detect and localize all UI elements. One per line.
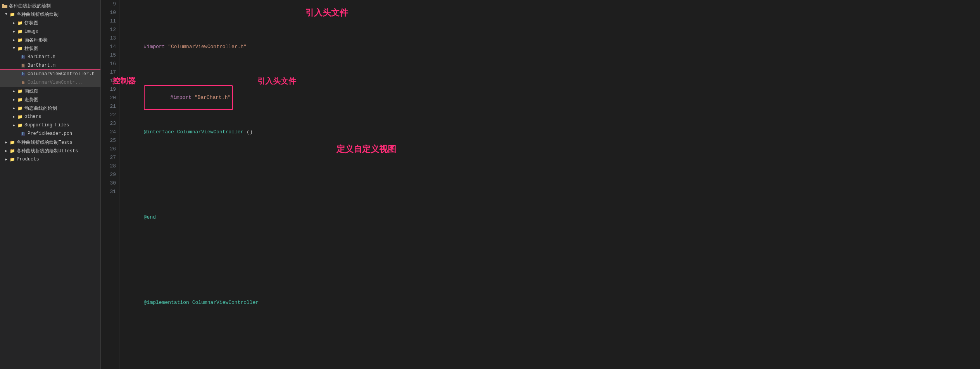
line-num-30: 30 — [101, 179, 116, 188]
code-editor: 9 10 11 12 13 14 15 16 17 18 19 20 21 22… — [101, 0, 980, 369]
line-num-26: 26 — [101, 145, 116, 153]
folder-supporting-arrow: ▶ — [11, 122, 17, 128]
group-main[interactable]: ▼ 📁 各种曲线折线的绘制 — [0, 10, 100, 19]
folder-others-label: others — [24, 114, 97, 119]
line-num-22: 22 — [101, 111, 116, 119]
folder-linechart-arrow: ▶ — [11, 88, 17, 94]
svg-rect-0 — [2, 4, 4, 5]
at-interface: @interface — [144, 129, 177, 135]
custom-view-annotation-overlay: 定义自定义视图 — [336, 145, 396, 153]
line-num-18: 18 — [101, 77, 116, 85]
file-m-icon-1: m — [20, 62, 26, 69]
file-barchart-m-label: BarChart.m — [28, 63, 97, 68]
root-title-item[interactable]: 各种曲线折线的绘制 — [0, 2, 100, 10]
file-barchart-h-label: BarChart.h — [28, 54, 97, 60]
folder-trend-arrow: ▶ — [11, 97, 17, 103]
folder-trend-icon: 📁 — [17, 97, 23, 103]
folder-image-icon: 📁 — [17, 28, 23, 34]
folder-linechart-label: 画线图 — [24, 88, 97, 95]
folder-image[interactable]: ▶ 📁 image — [0, 27, 100, 36]
group-products[interactable]: ▶ 📁 Products — [0, 155, 100, 164]
line-num-19: 19 — [101, 85, 116, 94]
folder-bar-arrow: ▼ — [11, 45, 17, 52]
code-line-14 — [126, 247, 980, 256]
folder-dynamic-icon: 📁 — [17, 105, 23, 111]
line-num-14: 14 — [101, 43, 116, 51]
line-num-20: 20 — [101, 94, 116, 102]
code-lines[interactable]: #import "ColumnarViewController.h" #impo… — [119, 0, 980, 369]
folder-shapes[interactable]: ▶ 📁 画各种形状 — [0, 36, 100, 44]
code-line-10: #import "BarChart.h" 引入头文件 — [126, 77, 980, 85]
folder-trend[interactable]: ▶ 📁 走势图 — [0, 95, 100, 104]
line-num-24: 24 — [101, 128, 116, 136]
folder-shapes-label: 画各种形状 — [24, 37, 97, 43]
folder-dynamic-arrow: ▶ — [11, 105, 17, 111]
line-num-9: 9 — [101, 0, 116, 9]
file-barchart-m[interactable]: m BarChart.m — [0, 61, 100, 70]
folder-shapes-icon: 📁 — [17, 37, 23, 43]
root-title-label: 各种曲线折线的绘制 — [9, 3, 97, 9]
group-products-arrow: ▶ — [3, 156, 9, 162]
line-num-16: 16 — [101, 60, 116, 68]
import-annotation-overlay: 引入头文件 — [305, 9, 348, 17]
folder-linechart[interactable]: ▶ 📁 画线图 — [0, 87, 100, 95]
file-h-icon-1: h — [20, 54, 26, 60]
import-annotation: 引入头文件 — [257, 77, 296, 85]
group-uitests[interactable]: ▶ 📁 各种曲线折线的绘制UITests — [0, 147, 100, 155]
at-impl: @implementation — [144, 300, 192, 305]
folder-pie[interactable]: ▶ 📁 饼状图 — [0, 19, 100, 27]
at-end: @end — [144, 214, 156, 220]
folder-supporting-label: Supporting Files — [24, 122, 97, 128]
folder-bar-label: 柱状图 — [24, 45, 97, 52]
file-columnar-h[interactable]: h ColumnarViewController.h — [0, 70, 100, 78]
group-uitests-arrow: ▶ — [3, 148, 9, 154]
class-columnar: ColumnarViewController — [177, 129, 244, 135]
file-navigator: 各种曲线折线的绘制 ▼ 📁 各种曲线折线的绘制 ▶ 📁 饼状图 ▶ 📁 imag… — [0, 0, 101, 369]
file-h-icon-2: h — [20, 71, 26, 77]
group-tests[interactable]: ▶ 📁 各种曲线折线的绘制Tests — [0, 138, 100, 147]
folder-pie-icon: 📁 — [17, 20, 23, 26]
file-prefixheader-label: PrefixHeader.pch — [28, 131, 97, 136]
folder-pie-arrow: ▶ — [11, 20, 17, 26]
code-line-9: #import "ColumnarViewController.h" — [126, 34, 980, 43]
folder-dynamic[interactable]: ▶ 📁 动态曲线的绘制 — [0, 104, 100, 112]
folder-bar-icon: 📁 — [17, 45, 23, 52]
folder-others[interactable]: ▶ 📁 others — [0, 112, 100, 121]
line-num-13: 13 — [101, 34, 116, 43]
line-num-17: 17 — [101, 68, 116, 77]
group-uitests-icon: 📁 — [9, 148, 16, 154]
file-columnar-m[interactable]: m ColumnarViewContr... — [0, 78, 100, 87]
folder-linechart-icon: 📁 — [17, 88, 23, 94]
file-barchart-h[interactable]: h BarChart.h — [0, 53, 100, 61]
group-tests-label: 各种曲线折线的绘制Tests — [17, 139, 97, 146]
folder-supporting-icon: 📁 — [17, 122, 23, 128]
folder-supporting[interactable]: ▶ 📁 Supporting Files — [0, 121, 100, 129]
line-num-28: 28 — [101, 162, 116, 171]
import-keyword-10: #import — [170, 95, 194, 100]
group-tests-arrow: ▶ — [3, 139, 9, 145]
code-line-15: @implementation ColumnarViewController — [126, 290, 980, 298]
root-folder-icon — [2, 3, 8, 9]
svg-rect-1 — [2, 5, 7, 8]
import-string-9: "ColumnarViewController.h" — [168, 44, 247, 50]
group-main-folder-icon: 📁 — [9, 11, 16, 17]
line-num-29: 29 — [101, 171, 116, 179]
code-line-11: @interface ColumnarViewController () — [126, 119, 980, 128]
group-main-arrow: ▼ — [3, 11, 9, 17]
folder-others-icon: 📁 — [17, 114, 23, 120]
group-products-icon: 📁 — [9, 156, 16, 162]
folder-dynamic-label: 动态曲线的绘制 — [24, 105, 97, 112]
parens-11: () — [243, 129, 252, 135]
line-num-31: 31 — [101, 188, 116, 196]
file-prefixheader[interactable]: h PrefixHeader.pch — [0, 129, 100, 138]
group-uitests-label: 各种曲线折线的绘制UITests — [17, 148, 97, 154]
folder-bar[interactable]: ▼ 📁 柱状图 — [0, 44, 100, 53]
folder-image-label: image — [24, 29, 97, 34]
line-numbers-gutter: 9 10 11 12 13 14 15 16 17 18 19 20 21 22… — [101, 0, 119, 369]
file-m-icon-2: m — [20, 79, 26, 86]
folder-trend-label: 走势图 — [24, 97, 97, 103]
line-num-27: 27 — [101, 153, 116, 162]
group-products-label: Products — [17, 157, 97, 162]
folder-others-arrow: ▶ — [11, 114, 17, 120]
line-num-15: 15 — [101, 51, 116, 60]
